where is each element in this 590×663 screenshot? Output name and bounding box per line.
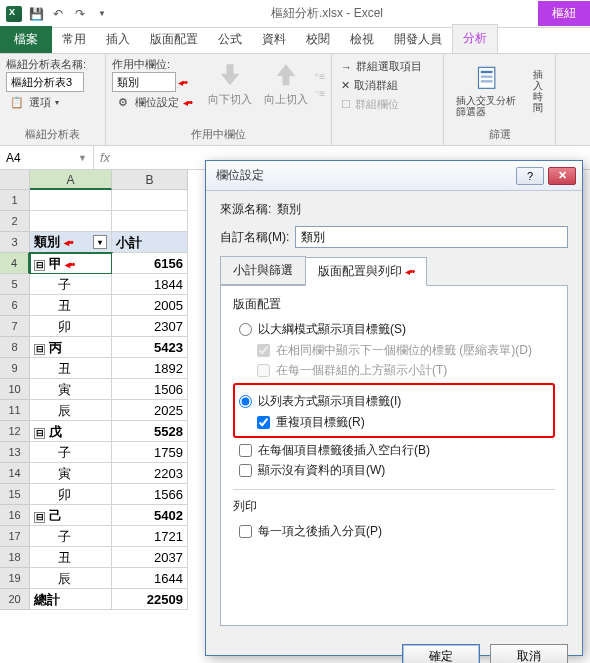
cell[interactable]: 6156 [112, 253, 188, 274]
cell[interactable]: 丑 [30, 358, 112, 379]
row-header[interactable]: 6 [0, 295, 30, 316]
custom-name-input[interactable] [295, 226, 568, 248]
options-button[interactable]: 📋選項 ▾ [6, 92, 99, 112]
row-header[interactable]: 5 [0, 274, 30, 295]
cell[interactable]: ⊟甲 ◂•• [30, 253, 112, 274]
repeat-labels-checkbox[interactable]: 重複項目標籤(R) [257, 414, 549, 431]
collapse-icon[interactable]: ⊟ [34, 344, 45, 355]
cell[interactable]: 5528 [112, 421, 188, 442]
tab-subtotal-filter[interactable]: 小計與篩選 [220, 256, 306, 285]
tab-data[interactable]: 資料 [252, 26, 296, 53]
col-header-b[interactable]: B [112, 170, 188, 190]
tab-layout-print[interactable]: 版面配置與列印 ◂•• [305, 257, 427, 286]
insert-timeline-button[interactable]: 插入時間 [527, 57, 549, 125]
cell[interactable]: 1566 [112, 484, 188, 505]
row-header[interactable]: 20 [0, 589, 30, 610]
tab-review[interactable]: 校閱 [296, 26, 340, 53]
undo-icon[interactable]: ↶ [50, 6, 66, 22]
cell[interactable]: 1892 [112, 358, 188, 379]
cell[interactable]: 寅 [30, 379, 112, 400]
cell[interactable] [30, 211, 112, 232]
cell[interactable]: 寅 [30, 463, 112, 484]
help-button[interactable]: ? [516, 167, 544, 185]
cell[interactable] [112, 190, 188, 211]
collapse-icon[interactable]: ⊟ [34, 428, 45, 439]
cell[interactable]: 2037 [112, 547, 188, 568]
cell[interactable]: 1644 [112, 568, 188, 589]
dialog-titlebar[interactable]: 欄位設定 ? ✕ [206, 161, 582, 191]
filter-icon[interactable]: ▾ [93, 235, 107, 249]
cell[interactable] [112, 211, 188, 232]
cell[interactable]: 5402 [112, 505, 188, 526]
cell[interactable]: 1721 [112, 526, 188, 547]
tab-developer[interactable]: 開發人員 [384, 26, 452, 53]
row-header[interactable]: 3 [0, 232, 30, 253]
group-selection-button[interactable]: →群組選取項目 [338, 57, 437, 76]
tabular-radio[interactable]: 以列表方式顯示項目標籤(I) [239, 393, 549, 410]
tab-formula[interactable]: 公式 [208, 26, 252, 53]
cell[interactable]: 子 [30, 274, 112, 295]
group-field-button[interactable]: ☐群組欄位 [338, 95, 437, 114]
row-header[interactable]: 2 [0, 211, 30, 232]
cell[interactable]: 辰 [30, 400, 112, 421]
cell[interactable]: 2203 [112, 463, 188, 484]
cell[interactable]: 1506 [112, 379, 188, 400]
close-button[interactable]: ✕ [548, 167, 576, 185]
cell[interactable]: 2025 [112, 400, 188, 421]
tab-home[interactable]: 常用 [52, 26, 96, 53]
tab-insert[interactable]: 插入 [96, 26, 140, 53]
row-header[interactable]: 11 [0, 400, 30, 421]
row-header[interactable]: 12 [0, 421, 30, 442]
cell[interactable]: 子 [30, 526, 112, 547]
row-header[interactable]: 15 [0, 484, 30, 505]
ungroup-button[interactable]: ✕取消群組 [338, 76, 437, 95]
cell[interactable]: 丑 [30, 295, 112, 316]
cancel-button[interactable]: 取消 [490, 644, 568, 663]
no-data-checkbox[interactable]: 顯示沒有資料的項目(W) [239, 462, 555, 479]
active-field-input[interactable] [112, 72, 176, 92]
row-header[interactable]: 7 [0, 316, 30, 337]
cell[interactable]: 丑 [30, 547, 112, 568]
insert-slicer-button[interactable]: 插入交叉分析篩選器 [450, 57, 527, 125]
outline-radio[interactable]: 以大綱模式顯示項目標籤(S) [239, 321, 555, 338]
cell[interactable]: 總計 [30, 589, 112, 610]
cell[interactable]: 卯 [30, 484, 112, 505]
tab-analyze[interactable]: 分析 [452, 24, 498, 53]
row-header[interactable]: 10 [0, 379, 30, 400]
collapse-icon[interactable]: ⊟ [34, 512, 45, 523]
col-header-a[interactable]: A [30, 170, 112, 190]
save-icon[interactable]: 💾 [28, 6, 44, 22]
select-all[interactable] [0, 170, 30, 190]
row-header[interactable]: 16 [0, 505, 30, 526]
tab-layout[interactable]: 版面配置 [140, 26, 208, 53]
row-header[interactable]: 14 [0, 463, 30, 484]
tab-view[interactable]: 檢視 [340, 26, 384, 53]
cell[interactable]: 卯 [30, 316, 112, 337]
row-header[interactable]: 9 [0, 358, 30, 379]
fx-icon[interactable]: fx [100, 150, 110, 165]
cell[interactable]: 1759 [112, 442, 188, 463]
cell[interactable] [30, 190, 112, 211]
cell[interactable]: 辰 [30, 568, 112, 589]
row-header[interactable]: 19 [0, 568, 30, 589]
cell[interactable]: 子 [30, 442, 112, 463]
field-settings-button[interactable]: ⚙欄位設定 ◂•• [112, 92, 202, 112]
cell[interactable]: 5423 [112, 337, 188, 358]
cell[interactable]: ⊟丙 [30, 337, 112, 358]
name-box[interactable]: A4▼ [0, 146, 94, 169]
pt-name-input[interactable] [6, 72, 84, 92]
cell[interactable]: 小計 [112, 232, 188, 253]
cell[interactable]: 2307 [112, 316, 188, 337]
blank-row-checkbox[interactable]: 在每個項目標籤後插入空白行(B) [239, 442, 555, 459]
cell[interactable]: 類別 ◂••▾ [30, 232, 112, 253]
tab-file[interactable]: 檔案 [0, 26, 52, 53]
collapse-icon[interactable]: ⊟ [34, 260, 45, 271]
cell[interactable]: ⊟己 [30, 505, 112, 526]
row-header[interactable]: 18 [0, 547, 30, 568]
row-header[interactable]: 1 [0, 190, 30, 211]
cell[interactable]: 1844 [112, 274, 188, 295]
redo-icon[interactable]: ↷ [72, 6, 88, 22]
row-header[interactable]: 13 [0, 442, 30, 463]
page-break-checkbox[interactable]: 每一項之後插入分頁(P) [239, 523, 555, 540]
cell[interactable]: 22509 [112, 589, 188, 610]
